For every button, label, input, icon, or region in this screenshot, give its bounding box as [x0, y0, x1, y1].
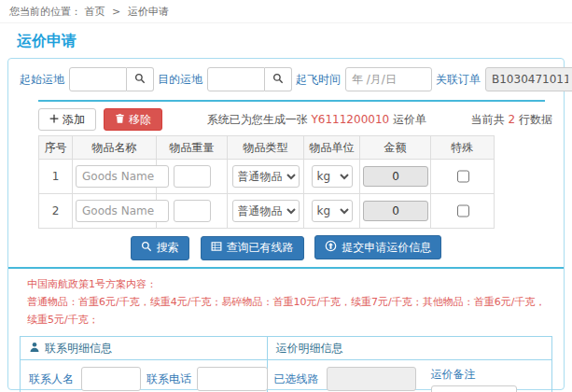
search-icon: [272, 73, 284, 87]
contact-section-title: 联系明细信息: [45, 341, 112, 357]
remove-row-label: 移除: [129, 112, 151, 128]
col-header-name: 物品名称: [73, 136, 157, 160]
breadcrumb-current: 运价申请: [128, 6, 169, 18]
count-prefix: 当前共: [471, 113, 505, 126]
destination-label: 目的运地: [158, 72, 202, 88]
col-header-index: 序号: [39, 136, 73, 160]
col-header-unit: 物品单位: [304, 136, 360, 160]
circle-arrow-icon: [325, 240, 337, 255]
departure-time-label: 起飞时间: [296, 72, 341, 88]
row-count-text: 当前共 2 行数据: [471, 112, 552, 128]
special-checkbox[interactable]: [457, 199, 469, 223]
count-value: 2: [509, 113, 516, 126]
origin-field-group: 起始运地: [20, 67, 154, 91]
submit-application-label: 提交申请运价信息: [342, 240, 431, 256]
special-checkbox[interactable]: [457, 164, 469, 189]
goods-name-input[interactable]: [76, 200, 169, 222]
person-icon: [29, 342, 40, 356]
departure-time-field-group: 起飞时间: [296, 67, 432, 91]
breadcrumb-separator: >: [112, 6, 120, 18]
notice-suffix: 运价单: [393, 113, 426, 126]
selected-route-row: 已选线路: [274, 367, 422, 391]
query-existing-routes-button[interactable]: 查询已有线路: [201, 236, 304, 260]
origin-search-button[interactable]: [127, 67, 154, 91]
goods-type-select[interactable]: 普通物品: [232, 200, 300, 222]
divider: [38, 100, 545, 102]
goods-toolbar: 添加 移除 系统已为您生成一张 Y6111200010 运价单 当前共 2 行数…: [38, 108, 552, 131]
goods-table-header-row: 序号 物品名称 物品重量 物品类型 物品单位 金额 特殊: [39, 136, 495, 160]
selected-route-input: [327, 367, 416, 391]
row-index: 2: [39, 194, 73, 229]
contact-phone-input[interactable]: [197, 367, 268, 391]
col-header-type: 物品类型: [228, 136, 304, 160]
destination-input[interactable]: [207, 67, 265, 91]
contact-section-header: 联系明细信息: [21, 337, 267, 360]
trash-icon: [115, 113, 125, 127]
submit-application-button[interactable]: 提交申请运价信息: [314, 235, 441, 259]
generated-waybill-notice: 系统已为您生成一张 Y6111200010 运价单: [162, 112, 471, 128]
policy-notice-line2: 普通物品：首重6元/千克，续重4元/千克；易碎物品：首重10元/千克，续重7元/…: [27, 293, 552, 329]
plus-icon: [49, 113, 59, 126]
search-icon: [134, 73, 146, 87]
goods-name-input[interactable]: [76, 165, 169, 188]
contact-details-panel: 联系明细信息 联系人名 联系电话 起运地址 目的地址: [21, 337, 268, 392]
contact-name-label: 联系人名: [29, 371, 76, 387]
table-row: 1 普通物品 kg 0: [39, 160, 495, 194]
selected-route-label: 已选线路: [274, 371, 321, 387]
amount-value: 0: [363, 201, 428, 221]
main-panel: 起始运地 目的运地 起飞时间 关联订单: [7, 58, 565, 390]
action-button-row: 搜索 查询已有线路 提交申请运价信息: [18, 235, 554, 260]
notice-prefix: 系统已为您生成一张: [207, 113, 308, 126]
goods-unit-select[interactable]: kg: [312, 165, 353, 188]
search-icon: [141, 241, 152, 255]
contact-name-input[interactable]: [81, 367, 141, 391]
related-order-field-group: 关联订单: [436, 67, 572, 91]
policy-notice-line1: 中国南航政策1号方案内容：: [27, 275, 552, 293]
search-button-label: 搜索: [157, 240, 179, 256]
policy-notice: 中国南航政策1号方案内容： 普通物品：首重6元/千克，续重4元/千克；易碎物品：…: [27, 275, 552, 329]
query-existing-label: 查询已有线路: [227, 240, 294, 256]
col-header-weight: 物品重量: [157, 136, 228, 160]
freight-fields: 已选线路 航空公司 ---请选择--- 运费金额 已选政策: [274, 367, 422, 392]
divider: [8, 267, 564, 269]
page-title: 运价申请: [17, 32, 572, 51]
departure-date-input[interactable]: [345, 67, 432, 91]
count-suffix: 行数据: [519, 113, 552, 126]
remove-row-button[interactable]: 移除: [104, 108, 162, 131]
add-row-label: 添加: [63, 112, 85, 128]
related-order-input: [485, 67, 572, 91]
col-header-special: 特殊: [431, 136, 495, 160]
breadcrumb: 您当前的位置： 首页 > 运价申请: [0, 0, 572, 23]
goods-weight-input[interactable]: [174, 165, 211, 188]
breadcrumb-prefix: 您当前的位置：: [9, 6, 81, 18]
origin-input[interactable]: [69, 67, 127, 91]
goods-table: 序号 物品名称 物品重量 物品类型 物品单位 金额 特殊 1 普通物品 kg 0: [38, 135, 495, 229]
destination-search-button[interactable]: [265, 67, 292, 91]
destination-field-group: 目的运地: [158, 67, 292, 91]
col-header-amount: 金额: [360, 136, 431, 160]
freight-details-panel: 运价明细信息 已选线路 航空公司 ---请选择--- 运费金额: [268, 337, 551, 392]
list-icon: [211, 241, 222, 255]
freight-section-title: 运价明细信息: [276, 341, 343, 357]
add-row-button[interactable]: 添加: [38, 108, 96, 131]
details-box: 联系明细信息 联系人名 联系电话 起运地址 目的地址: [20, 336, 552, 392]
remark-field: 运价备注: [431, 367, 517, 392]
table-row: 2 普通物品 kg 0: [39, 194, 495, 229]
search-button[interactable]: 搜索: [131, 236, 189, 260]
breadcrumb-home-link[interactable]: 首页: [85, 6, 105, 18]
related-order-label: 关联订单: [436, 72, 481, 88]
amount-value: 0: [363, 166, 428, 187]
remark-label: 运价备注: [431, 367, 517, 383]
row-index: 1: [39, 160, 73, 194]
goods-unit-select[interactable]: kg: [312, 200, 353, 222]
route-search-row: 起始运地 目的运地 起飞时间 关联订单: [18, 67, 554, 93]
goods-weight-input[interactable]: [174, 200, 211, 222]
contact-name-phone-row: 联系人名 联系电话: [29, 367, 258, 391]
contact-phone-label: 联系电话: [146, 371, 191, 387]
goods-type-select[interactable]: 普通物品: [232, 165, 300, 188]
freight-section-header: 运价明细信息: [268, 337, 551, 360]
remark-textarea[interactable]: [431, 385, 517, 392]
origin-label: 起始运地: [20, 72, 64, 88]
waybill-number: Y6111200010: [312, 113, 390, 126]
